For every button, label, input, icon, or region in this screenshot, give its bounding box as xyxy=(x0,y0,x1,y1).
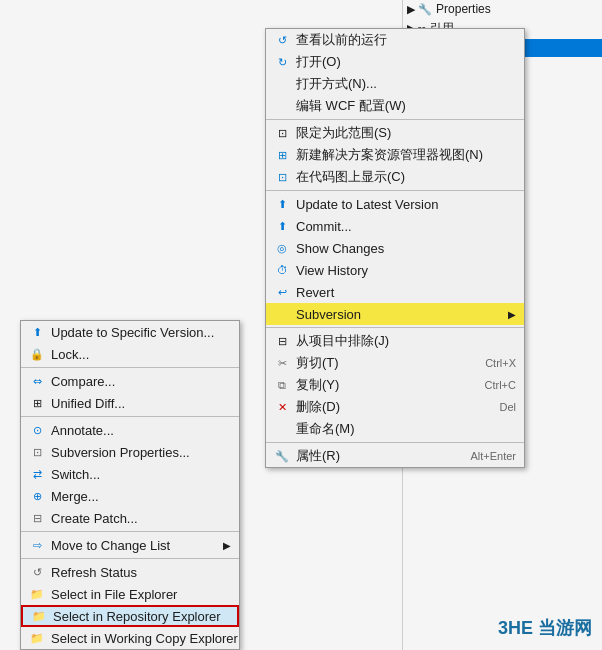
left-separator-2 xyxy=(21,416,239,417)
menu-item-merge[interactable]: ⊕ Merge... xyxy=(21,485,239,507)
menu-item-exclude-project[interactable]: ⊟ 从项目中排除(J) xyxy=(266,330,524,352)
menu-item-view-history2[interactable]: ⏱ View History xyxy=(266,259,524,281)
watermark: 3HE 当游网 xyxy=(498,616,592,640)
menu-item-select-repo-explorer[interactable]: 📁 Select in Repository Explorer xyxy=(21,605,239,627)
cut-shortcut: Ctrl+X xyxy=(485,357,516,369)
menu-item-properties-label: 属性(R) xyxy=(296,447,340,465)
tree-item-properties[interactable]: ▶ 🔧 Properties xyxy=(403,0,602,18)
menu-item-open-label: 打开(O) xyxy=(296,53,341,71)
menu-item-annotate-label: Annotate... xyxy=(51,423,114,438)
show-changes-icon: ◎ xyxy=(274,240,290,256)
menu-item-move-changelist[interactable]: ⇨ Move to Change List ▶ xyxy=(21,534,239,556)
menu-item-switch[interactable]: ⇄ Switch... xyxy=(21,463,239,485)
select-repo-icon: 📁 xyxy=(31,608,47,624)
menu-item-update-latest[interactable]: ⬆ Update to Latest Version xyxy=(266,193,524,215)
update-specific-icon: ⬆ xyxy=(29,324,45,340)
refresh-status-icon: ↺ xyxy=(29,564,45,580)
delete-icon: ✕ xyxy=(274,399,290,415)
menu-item-create-patch[interactable]: ⊟ Create Patch... xyxy=(21,507,239,529)
menu-item-update-specific-label: Update to Specific Version... xyxy=(51,325,214,340)
menu-item-delete[interactable]: ✕ 删除(D) Del xyxy=(266,396,524,418)
menu-item-open-with-label: 打开方式(N)... xyxy=(296,75,377,93)
menu-item-copy[interactable]: ⧉ 复制(Y) Ctrl+C xyxy=(266,374,524,396)
menu-item-limit-scope-label: 限定为此范围(S) xyxy=(296,124,391,142)
compare-icon: ⇔ xyxy=(29,373,45,389)
menu-item-select-working-copy-label: Select in Working Copy Explorer xyxy=(51,631,238,646)
menu-item-edit-wcf[interactable]: 编辑 WCF 配置(W) xyxy=(266,95,524,117)
delete-shortcut: Del xyxy=(499,401,516,413)
menu-item-compare[interactable]: ⇔ Compare... xyxy=(21,370,239,392)
menu-item-svn-properties[interactable]: ⊡ Subversion Properties... xyxy=(21,441,239,463)
menu-item-new-solution-view-label: 新建解决方案资源管理器视图(N) xyxy=(296,146,483,164)
menu-item-subversion-label: Subversion xyxy=(296,307,361,322)
move-changelist-arrow-icon: ▶ xyxy=(223,540,231,551)
commit-icon: ⬆ xyxy=(274,218,290,234)
menu-item-annotate[interactable]: ⊙ Annotate... xyxy=(21,419,239,441)
menu-item-show-changes[interactable]: ◎ Show Changes xyxy=(266,237,524,259)
menu-item-open[interactable]: ↻ 打开(O) xyxy=(266,51,524,73)
menu-item-select-file-explorer-label: Select in File Explorer xyxy=(51,587,177,602)
subversion-arrow-icon: ▶ xyxy=(508,309,516,320)
tree-item-properties-icon: ▶ 🔧 xyxy=(407,3,432,16)
menu-item-new-solution-view[interactable]: ⊞ 新建解决方案资源管理器视图(N) xyxy=(266,144,524,166)
menu-item-copy-label: 复制(Y) xyxy=(296,376,339,394)
merge-icon: ⊕ xyxy=(29,488,45,504)
subversion-icon xyxy=(274,306,290,322)
menu-item-revert[interactable]: ↩ Revert xyxy=(266,281,524,303)
unified-diff-icon: ⊞ xyxy=(29,395,45,411)
copy-shortcut: Ctrl+C xyxy=(485,379,516,391)
menu-item-cut[interactable]: ✂ 剪切(T) Ctrl+X xyxy=(266,352,524,374)
separator-4 xyxy=(266,442,524,443)
menu-item-svn-properties-label: Subversion Properties... xyxy=(51,445,190,460)
left-separator-3 xyxy=(21,531,239,532)
new-solution-icon: ⊞ xyxy=(274,147,290,163)
rename-icon xyxy=(274,421,290,437)
annotate-icon: ⊙ xyxy=(29,422,45,438)
menu-item-refresh-status[interactable]: ↺ Refresh Status xyxy=(21,561,239,583)
context-menu-left: ⬆ Update to Specific Version... 🔒 Lock..… xyxy=(20,320,240,650)
menu-item-show-code-map[interactable]: ⊡ 在代码图上显示(C) xyxy=(266,166,524,188)
tree-item-properties-label: Properties xyxy=(436,2,491,16)
menu-item-commit[interactable]: ⬆ Commit... xyxy=(266,215,524,237)
menu-item-exclude-project-label: 从项目中排除(J) xyxy=(296,332,389,350)
separator-2 xyxy=(266,190,524,191)
menu-item-select-file-explorer[interactable]: 📁 Select in File Explorer xyxy=(21,583,239,605)
menu-item-rename[interactable]: 重命名(M) xyxy=(266,418,524,440)
menu-item-compare-label: Compare... xyxy=(51,374,115,389)
menu-item-view-history2-label: View History xyxy=(296,263,368,278)
menu-item-cut-label: 剪切(T) xyxy=(296,354,339,372)
revert-icon: ↩ xyxy=(274,284,290,300)
menu-item-delete-label: 删除(D) xyxy=(296,398,340,416)
watermark-text: 3HE 当游网 xyxy=(498,618,592,638)
menu-item-select-working-copy[interactable]: 📁 Select in Working Copy Explorer xyxy=(21,627,239,649)
menu-item-open-with[interactable]: 打开方式(N)... xyxy=(266,73,524,95)
menu-item-unified-diff[interactable]: ⊞ Unified Diff... xyxy=(21,392,239,414)
code-map-icon: ⊡ xyxy=(274,169,290,185)
update-icon: ⬆ xyxy=(274,196,290,212)
menu-item-properties[interactable]: 🔧 属性(R) Alt+Enter xyxy=(266,445,524,467)
menu-item-show-code-map-label: 在代码图上显示(C) xyxy=(296,168,405,186)
menu-item-show-changes-label: Show Changes xyxy=(296,241,384,256)
menu-item-view-history-label: 查看以前的运行 xyxy=(296,31,387,49)
menu-item-update-latest-label: Update to Latest Version xyxy=(296,197,438,212)
open-icon: ↻ xyxy=(274,54,290,70)
select-file-icon: 📁 xyxy=(29,586,45,602)
menu-item-update-specific[interactable]: ⬆ Update to Specific Version... xyxy=(21,321,239,343)
copy-icon: ⧉ xyxy=(274,377,290,393)
menu-item-revert-label: Revert xyxy=(296,285,334,300)
left-separator-4 xyxy=(21,558,239,559)
history-icon: ⏱ xyxy=(274,262,290,278)
separator-3 xyxy=(266,327,524,328)
menu-item-limit-scope[interactable]: ⊡ 限定为此范围(S) xyxy=(266,122,524,144)
separator-1 xyxy=(266,119,524,120)
menu-item-unified-diff-label: Unified Diff... xyxy=(51,396,125,411)
menu-item-subversion[interactable]: Subversion ▶ xyxy=(266,303,524,325)
menu-item-lock[interactable]: 🔒 Lock... xyxy=(21,343,239,365)
menu-item-view-history[interactable]: ↺ 查看以前的运行 xyxy=(266,29,524,51)
menu-item-create-patch-label: Create Patch... xyxy=(51,511,138,526)
menu-item-commit-label: Commit... xyxy=(296,219,352,234)
create-patch-icon: ⊟ xyxy=(29,510,45,526)
edit-wcf-icon xyxy=(274,98,290,114)
menu-item-merge-label: Merge... xyxy=(51,489,99,504)
select-working-icon: 📁 xyxy=(29,630,45,646)
